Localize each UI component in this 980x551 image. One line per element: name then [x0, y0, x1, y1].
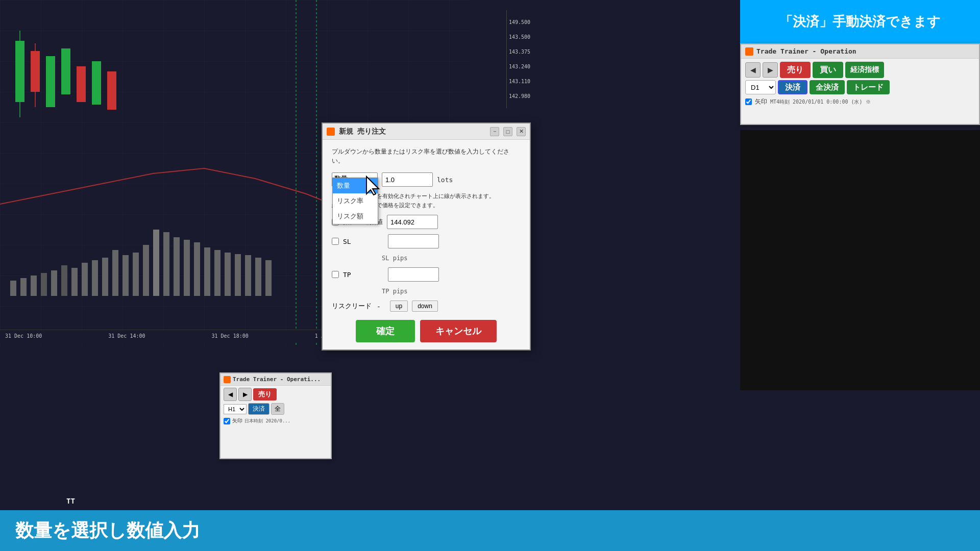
tt-small-all[interactable]: 全: [271, 403, 284, 415]
tt-buttons-row1: ◀ ▶ 売り 買い 経済指標: [741, 59, 979, 80]
tt-all-settle-button[interactable]: 全決済: [810, 80, 845, 94]
svg-rect-34: [225, 253, 231, 296]
tt-trade-button[interactable]: トレード: [847, 80, 890, 94]
time-label-1: 31 Dec 10:00: [5, 333, 42, 339]
dialog-title-text: 新規 売り注文: [339, 127, 486, 136]
dialog-minimize-button[interactable]: －: [490, 127, 499, 136]
sl-price-input[interactable]: [387, 215, 438, 229]
quantity-input[interactable]: [382, 172, 433, 187]
dialog-sl-row: SL: [332, 234, 521, 248]
quantity-unit: lots: [437, 176, 453, 184]
announcement-text: 「決済」手動決済できます: [779, 13, 941, 31]
svg-rect-38: [265, 260, 272, 296]
tp-label: TP: [343, 271, 384, 279]
tt-small-arrow-checkbox[interactable]: [224, 418, 230, 424]
bottom-text: 数量を選択し数値入力: [15, 518, 200, 543]
sl-enable-checkbox[interactable]: [332, 238, 339, 245]
bottom-bar: 数量を選択し数値入力: [0, 510, 980, 551]
price-label-5: 143.110: [509, 79, 539, 84]
price-label-4: 143.240: [509, 64, 539, 69]
svg-rect-22: [102, 258, 108, 296]
dialog-titlebar: 新規 売り注文 － □ ✕: [323, 123, 530, 140]
svg-rect-36: [245, 255, 251, 296]
tt-buy-button[interactable]: 買い: [813, 62, 843, 78]
svg-rect-27: [153, 230, 159, 296]
tt-small-titlebar: Trade Trainer - Operati...: [220, 373, 331, 386]
svg-rect-29: [174, 237, 180, 296]
dropdown-item-risk-rate[interactable]: リスク率: [333, 193, 378, 209]
tt-small-row1: ◀ ▶ 売り: [220, 386, 331, 403]
tp-pips-text: TP pips: [382, 288, 408, 295]
tt-arrow-label: 矢印: [755, 97, 767, 106]
tt-settle-button[interactable]: 決済: [778, 80, 807, 94]
dialog-restore-button[interactable]: □: [503, 127, 512, 136]
tt-small-prev[interactable]: ◀: [224, 388, 237, 401]
tt-operation-panel: Trade Trainer - Operation ◀ ▶ 売り 買い 経済指標…: [740, 43, 980, 125]
dialog-title-icon: [327, 128, 335, 136]
tt-title-text: Trade Trainer - Operation: [756, 47, 856, 55]
dialog-cancel-button[interactable]: キャンセル: [420, 320, 497, 342]
svg-rect-26: [143, 245, 149, 296]
risk-value: -: [377, 303, 381, 310]
price-label-1: 149.500: [509, 19, 539, 25]
svg-rect-18: [61, 265, 67, 296]
tt-next-button[interactable]: ▶: [763, 62, 778, 78]
dropdown-menu: 数量 リスク率 リスク額: [332, 178, 378, 224]
svg-rect-12: [107, 71, 116, 110]
tt-timeframe-select[interactable]: D1 H1 H4 M15: [745, 80, 776, 94]
svg-rect-8: [46, 56, 55, 107]
svg-rect-15: [31, 276, 37, 296]
sl-value-input[interactable]: [388, 234, 439, 248]
tt-econ-button[interactable]: 経済指標: [845, 62, 884, 78]
svg-rect-32: [204, 247, 210, 296]
svg-rect-28: [163, 232, 169, 296]
tt-datetime: MT4時刻 2020/01/01 0:00:00 (水) ※: [770, 98, 871, 106]
dialog-close-button[interactable]: ✕: [517, 127, 526, 136]
sl-pips-text: SL pips: [382, 255, 408, 262]
dialog-confirm-button[interactable]: 確定: [356, 320, 415, 342]
dropdown-item-quantity[interactable]: 数量: [333, 178, 378, 193]
time-label-3: 31 Dec 18:00: [212, 333, 249, 339]
svg-rect-13: [10, 281, 16, 296]
sl-label: SL: [343, 238, 384, 245]
svg-rect-9: [61, 48, 70, 94]
tt-arrow-checkbox[interactable]: [745, 98, 752, 105]
svg-rect-35: [235, 254, 241, 296]
svg-rect-10: [77, 66, 86, 102]
tt-small-timeframe[interactable]: H1 D1: [224, 404, 247, 414]
dropdown-item-risk-amount[interactable]: リスク額: [333, 209, 378, 224]
tt-titlebar: Trade Trainer - Operation: [741, 44, 979, 59]
svg-rect-30: [184, 240, 190, 296]
svg-rect-17: [51, 270, 57, 296]
tt-small-icon: [224, 376, 231, 383]
tt-panel-small: Trade Trainer - Operati... ◀ ▶ 売り H1 D1 …: [219, 372, 332, 459]
tt-small-arrow-label: 矢印: [232, 417, 242, 424]
tt-buttons-row2: D1 H1 H4 M15 決済 全決済 トレード: [741, 80, 979, 96]
announcement-panel: 「決済」手動決済できます: [740, 0, 980, 43]
svg-rect-25: [133, 253, 139, 296]
tt-title-icon: [745, 47, 753, 56]
tt-small-sell[interactable]: 売り: [253, 388, 277, 400]
risk-up-button[interactable]: up: [390, 300, 408, 312]
tt-sell-button[interactable]: 売り: [780, 62, 811, 78]
dialog-actions: 確定 キャンセル: [332, 320, 521, 342]
svg-rect-16: [41, 273, 47, 296]
tp-enable-checkbox[interactable]: [332, 271, 339, 278]
tt-small-row2: H1 D1 決済 全: [220, 403, 331, 416]
tt-small-checkbox-row: 矢印 日本時刻 2020/0...: [220, 416, 331, 425]
tt-small-settle[interactable]: 決済: [248, 403, 270, 415]
svg-rect-5: [31, 51, 40, 92]
svg-rect-20: [82, 263, 88, 296]
dialog-instructions: プルダウンから数量またはリスク率を選び数値を入力してください。: [332, 147, 521, 165]
dialog-tp-row: TP: [332, 267, 521, 282]
tt-small-next[interactable]: ▶: [238, 388, 252, 401]
svg-rect-21: [92, 260, 98, 296]
tp-value-input[interactable]: [388, 267, 439, 282]
tt-prev-button[interactable]: ◀: [745, 62, 761, 78]
svg-rect-19: [71, 268, 78, 296]
risk-down-button[interactable]: down: [412, 300, 438, 312]
svg-rect-24: [122, 255, 129, 296]
svg-rect-2: [15, 41, 24, 102]
svg-rect-14: [20, 278, 27, 296]
price-label-3: 143.375: [509, 49, 539, 55]
